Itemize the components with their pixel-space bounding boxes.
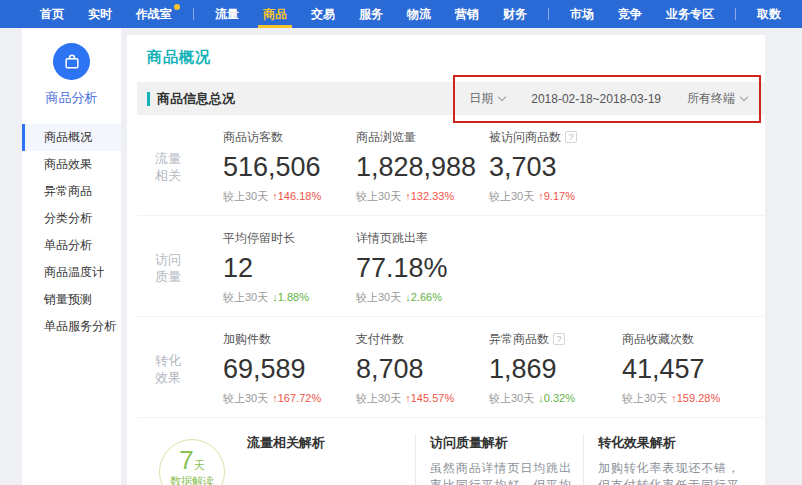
page-title: 商品概况	[147, 48, 765, 67]
section-accent-bar	[147, 92, 150, 106]
product-bag-icon	[53, 43, 90, 80]
metric-card: 商品浏览量1,828,988较上30天↑132.33%	[356, 129, 489, 204]
metric-compare: 较上30天↑146.18%	[223, 189, 356, 204]
metric-card: 支付件数8,708较上30天↑145.57%	[356, 331, 489, 406]
metric-label: 商品浏览量	[356, 129, 489, 145]
change-up: ↑159.28%	[671, 392, 720, 404]
metric-value: 1,869	[489, 354, 622, 384]
chevron-down-icon	[740, 93, 748, 101]
metric-label: 加购件数	[223, 331, 356, 347]
insight-column: 转化效果解析加购转化率表现还不错，但支付转化率低于同行平均，赶快到异常商品并结合…	[583, 434, 751, 485]
metric-group-label: 转化效果	[145, 331, 223, 406]
sidebar-item[interactable]: 单品服务分析	[22, 313, 121, 340]
sidebar-item[interactable]: 销量预测	[22, 286, 121, 313]
change-down: ↓2.66%	[405, 291, 442, 303]
insight-title: 转化效果解析	[598, 434, 739, 452]
terminal-dropdown[interactable]: 所有终端	[687, 90, 747, 107]
terminal-label: 所有终端	[687, 91, 735, 105]
insight-text: 加购转化率表现还不错，但支付转化率低于同行平均，赶快到异常商品并结合使用商品温度…	[598, 460, 739, 485]
nav-item[interactable]: 业务专区	[666, 0, 714, 28]
metric-value: 12	[223, 253, 356, 283]
section-title-wrap: 商品信息总况	[147, 90, 235, 108]
metric-value: 3,703	[489, 152, 622, 182]
change-up: ↑167.72%	[272, 392, 321, 404]
help-icon[interactable]: ?	[553, 333, 565, 345]
metric-compare: 较上30天↓0.32%	[489, 391, 622, 406]
metrics-area: 流量相关商品访客数516,506较上30天↑146.18%商品浏览量1,828,…	[137, 115, 765, 418]
metric-label: 异常商品数?	[489, 331, 622, 347]
change-up: ↑9.17%	[538, 190, 575, 202]
nav-separator	[735, 8, 736, 20]
metric-value: 516,506	[223, 152, 356, 182]
metric-compare: 较上30天↓2.66%	[356, 290, 489, 305]
metric-value: 8,708	[356, 354, 489, 384]
insight-title: 访问质量解析	[430, 434, 571, 452]
nav-item[interactable]: 流量	[215, 0, 239, 28]
sidebar-item[interactable]: 商品效果	[22, 151, 121, 178]
metric-card: 异常商品数?1,869较上30天↓0.32%	[489, 331, 622, 406]
metric-compare: 较上30天↑145.57%	[356, 391, 489, 406]
sidebar-item[interactable]: 商品温度计	[22, 259, 121, 286]
change-up: ↑145.57%	[405, 392, 454, 404]
chevron-down-icon	[498, 93, 506, 101]
sidebar-item[interactable]: 商品概况	[22, 124, 121, 151]
insights-section: 7天 数据解读 流量相关解析访问质量解析虽然商品详情页日均跳出率比同行平均好，但…	[137, 418, 765, 485]
nav-item[interactable]: 商品	[263, 0, 287, 28]
nav-item[interactable]: 服务	[359, 0, 383, 28]
badge-number: 7	[179, 445, 193, 475]
metric-group-label: 访问质量	[145, 230, 223, 305]
nav-separator	[193, 8, 194, 20]
sidebar-item[interactable]: 分类分析	[22, 205, 121, 232]
nav-separator	[548, 8, 549, 20]
insight-columns: 流量相关解析访问质量解析虽然商品详情页日均跳出率比同行平均好，但平均停留时间低于…	[247, 434, 755, 485]
badge-caption: 数据解读	[160, 474, 224, 485]
metric-value: 77.18%	[356, 253, 489, 283]
nav-item[interactable]: 实时	[88, 0, 112, 28]
help-icon[interactable]: ?	[565, 131, 577, 143]
nav-item[interactable]: 交易	[311, 0, 335, 28]
nav-item[interactable]: 市场	[570, 0, 594, 28]
change-down: ↓1.88%	[272, 291, 309, 303]
badge-unit: 天	[194, 459, 205, 471]
metric-label: 详情页跳出率	[356, 230, 489, 246]
metric-label: 支付件数	[356, 331, 489, 347]
change-up: ↑132.33%	[405, 190, 454, 202]
sidebar-item[interactable]: 异常商品	[22, 178, 121, 205]
nav-item[interactable]: 物流	[407, 0, 431, 28]
nav-item[interactable]: 首页	[40, 0, 64, 28]
date-type-label: 日期	[469, 91, 493, 105]
metric-label: 平均停留时长	[223, 230, 356, 246]
metric-compare: 较上30天↓1.88%	[223, 290, 356, 305]
change-up: ↑146.18%	[272, 190, 321, 202]
main-content: 商品概况 商品信息总况 日期 2018-02-18~2018-03-19 所有终…	[127, 35, 765, 485]
metric-label: 商品收藏次数	[622, 331, 755, 347]
sidebar-item[interactable]: 单品分析	[22, 232, 121, 259]
nav-item[interactable]: 财务	[503, 0, 527, 28]
insight-text-segment: 虽然商品详情页日均跳出率比同行平均好，但平均停留时间低于同行平均，请关注页面搭配…	[430, 461, 571, 485]
metric-row: 转化效果加购件数69,589较上30天↑167.72%支付件数8,708较上30…	[137, 317, 765, 418]
sidebar-header: 商品分析	[22, 28, 121, 107]
metric-compare: 较上30天↑167.72%	[223, 391, 356, 406]
nav-item[interactable]: 作战室	[136, 0, 172, 28]
metric-card: 被访问商品数?3,703较上30天↑9.17%	[489, 129, 622, 204]
section-header-bar: 商品信息总况 日期 2018-02-18~2018-03-19 所有终端	[137, 82, 765, 115]
insight-title: 流量相关解析	[247, 434, 403, 452]
nav-item[interactable]: 竞争	[618, 0, 642, 28]
date-type-dropdown[interactable]: 日期	[469, 90, 505, 107]
metric-value: 41,457	[622, 354, 755, 384]
date-range-picker[interactable]: 2018-02-18~2018-03-19	[531, 92, 661, 106]
insight-column: 流量相关解析	[247, 434, 415, 485]
metric-group-label: 流量相关	[145, 129, 223, 204]
sidebar-section-title: 商品分析	[22, 89, 121, 107]
insight-text: 虽然商品详情页日均跳出率比同行平均好，但平均停留时间低于同行平均，请关注页面搭配…	[430, 460, 571, 485]
metric-card: 商品收藏次数41,457较上30天↑159.28%	[622, 331, 755, 406]
notification-dot-icon	[174, 4, 180, 10]
nav-item[interactable]: 取数	[757, 0, 781, 28]
metric-label: 商品访客数	[223, 129, 356, 145]
nav-item[interactable]: 营销	[455, 0, 479, 28]
metric-card: 详情页跳出率77.18%较上30天↓2.66%	[356, 230, 489, 305]
sidebar-menu: 商品概况商品效果异常商品分类分析单品分析商品温度计销量预测单品服务分析	[22, 124, 121, 340]
metric-compare: 较上30天↑132.33%	[356, 189, 489, 204]
metric-row: 流量相关商品访客数516,506较上30天↑146.18%商品浏览量1,828,…	[137, 115, 765, 216]
sidebar: 商品分析 商品概况商品效果异常商品分类分析单品分析商品温度计销量预测单品服务分析	[22, 28, 121, 485]
